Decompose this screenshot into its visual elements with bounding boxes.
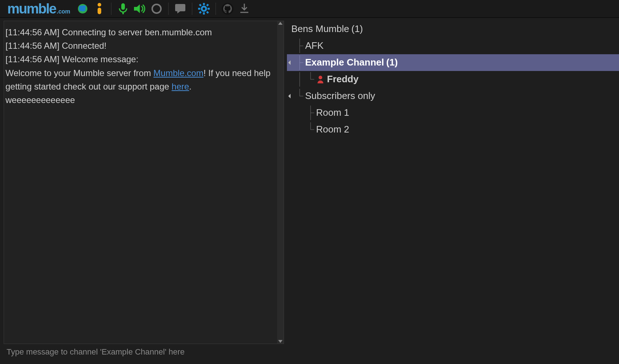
svg-marker-8 bbox=[177, 11, 180, 13]
channel-label: Subscribers only bbox=[305, 88, 375, 104]
root-count: (1) bbox=[351, 21, 363, 37]
channel-label: Room 2 bbox=[316, 122, 349, 137]
scroll-down-icon[interactable] bbox=[278, 340, 283, 343]
channel-tree[interactable]: Bens Mumble (1) AFK Example Channel (1) bbox=[287, 21, 619, 138]
globe-icon[interactable] bbox=[75, 1, 90, 16]
channel-label: Example Channel bbox=[305, 55, 384, 70]
microphone-icon[interactable] bbox=[116, 1, 130, 16]
root-label: Bens Mumble bbox=[291, 21, 349, 37]
tree-branch-icon bbox=[294, 122, 305, 137]
svg-line-16 bbox=[207, 4, 208, 6]
tree-branch-icon bbox=[294, 72, 305, 87]
log-line: [11:44:56 AM] Connected! bbox=[5, 39, 272, 52]
chat-log-content[interactable]: [11:44:56 AM] Connecting to server ben.m… bbox=[4, 21, 277, 344]
svg-point-6 bbox=[152, 4, 161, 13]
svg-line-15 bbox=[207, 12, 208, 13]
user-icon bbox=[316, 75, 325, 83]
tree-channel-example[interactable]: Example Channel (1) bbox=[287, 54, 619, 71]
right-pane: Bens Mumble (1) AFK Example Channel (1) bbox=[284, 18, 619, 360]
tree-branch-icon bbox=[305, 122, 316, 137]
svg-rect-7 bbox=[175, 4, 185, 11]
logo-main: mumble bbox=[7, 1, 56, 17]
expander-icon[interactable] bbox=[287, 61, 294, 64]
github-icon[interactable] bbox=[220, 1, 235, 16]
toolbar-separator bbox=[111, 3, 111, 15]
svg-rect-3 bbox=[121, 3, 125, 10]
tree-branch-icon bbox=[294, 89, 305, 103]
svg-line-14 bbox=[200, 4, 201, 6]
speaker-icon[interactable] bbox=[133, 1, 147, 16]
chat-input[interactable] bbox=[4, 344, 284, 360]
welcome-pre: Welcome to your Mumble server from bbox=[5, 68, 153, 78]
chat-log: [11:44:56 AM] Connecting to server ben.m… bbox=[4, 21, 284, 344]
expander-icon[interactable] bbox=[287, 94, 294, 98]
log-text: Connected! bbox=[62, 41, 107, 51]
channel-count: (1) bbox=[386, 55, 398, 70]
user-label: Freddy bbox=[327, 72, 359, 87]
svg-point-9 bbox=[202, 7, 206, 11]
tree-channel-room1[interactable]: Room 1 bbox=[287, 104, 619, 121]
welcome-tail: weeeeeeeeeeeee bbox=[5, 95, 75, 105]
tree-branch-icon bbox=[305, 72, 316, 87]
main: [11:44:56 AM] Connecting to server ben.m… bbox=[0, 18, 619, 360]
scrollbar[interactable] bbox=[277, 21, 284, 344]
svg-line-17 bbox=[200, 12, 201, 13]
log-ts: [11:44:56 AM] bbox=[5, 54, 59, 64]
tree-branch-icon bbox=[305, 106, 316, 120]
log-text: Welcome message: bbox=[62, 54, 138, 64]
toolbar-separator-4 bbox=[216, 3, 216, 15]
welcome-post: . bbox=[189, 82, 192, 91]
welcome-link-here[interactable]: here bbox=[171, 82, 189, 91]
channel-label: AFK bbox=[305, 38, 324, 54]
svg-point-1 bbox=[98, 3, 101, 7]
left-pane: [11:44:56 AM] Connecting to server ben.m… bbox=[0, 18, 284, 360]
svg-rect-4 bbox=[122, 12, 124, 14]
gear-icon[interactable] bbox=[197, 1, 211, 16]
comment-icon[interactable] bbox=[173, 1, 188, 16]
tree-branch-icon bbox=[294, 39, 305, 53]
tree-branch-icon bbox=[294, 55, 305, 70]
tree-user-freddy[interactable]: Freddy bbox=[287, 71, 619, 88]
download-icon[interactable] bbox=[237, 1, 252, 16]
tree-branch-icon bbox=[294, 106, 305, 120]
log-ts: [11:44:56 AM] bbox=[5, 27, 59, 37]
channel-label: Room 1 bbox=[316, 105, 349, 120]
record-icon[interactable] bbox=[149, 1, 164, 16]
message-input[interactable] bbox=[6, 347, 282, 357]
svg-marker-5 bbox=[134, 4, 140, 13]
log-text: Connecting to server ben.mumble.com bbox=[62, 27, 212, 37]
welcome-message: Welcome to your Mumble server from Mumbl… bbox=[5, 66, 272, 107]
log-line: [11:44:56 AM] Connecting to server ben.m… bbox=[5, 25, 272, 39]
toolbar-separator-2 bbox=[168, 3, 169, 15]
tree-channel-subscribers[interactable]: Subscribers only bbox=[287, 88, 619, 104]
logo[interactable]: mumble .com bbox=[2, 1, 73, 17]
tree-channel-room2[interactable]: Room 2 bbox=[287, 121, 619, 138]
svg-point-19 bbox=[319, 76, 322, 79]
log-line: [11:44:56 AM] Welcome message: bbox=[5, 52, 272, 66]
log-ts: [11:44:56 AM] bbox=[5, 41, 59, 51]
welcome-link-mumble[interactable]: Mumble.com bbox=[153, 68, 203, 78]
tree-root[interactable]: Bens Mumble (1) bbox=[287, 21, 619, 37]
info-icon[interactable] bbox=[92, 1, 107, 16]
logo-sub: .com bbox=[57, 8, 70, 15]
tree-channel-afk[interactable]: AFK bbox=[287, 37, 619, 54]
svg-rect-2 bbox=[98, 8, 101, 14]
scroll-up-icon[interactable] bbox=[278, 22, 283, 25]
toolbar: mumble .com bbox=[0, 0, 619, 18]
toolbar-separator-3 bbox=[192, 3, 192, 15]
